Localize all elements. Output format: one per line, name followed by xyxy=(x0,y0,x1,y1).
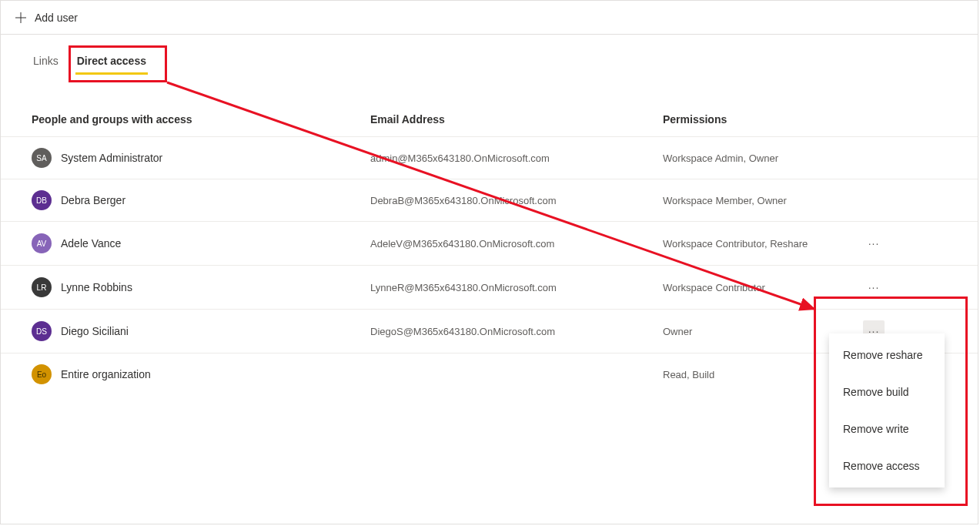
cell-email: DebraB@M365x643180.OnMicrosoft.com xyxy=(370,195,663,206)
user-name: Lynne Robbins xyxy=(61,281,132,293)
cell-email: admin@M365x643180.OnMicrosoft.com xyxy=(370,152,663,164)
menu-remove-build[interactable]: Remove build xyxy=(829,374,945,410)
cell-people: SASystem Administrator xyxy=(32,148,370,168)
context-menu: Remove reshare Remove build Remove write… xyxy=(829,333,945,487)
cell-permissions: Workspace Member, Owner xyxy=(663,195,863,206)
access-panel: Add user Links Direct access People and … xyxy=(0,0,978,524)
ellipsis-icon: ··· xyxy=(868,282,880,293)
table-row: DBDebra BergerDebraB@M365x643180.OnMicro… xyxy=(1,179,978,221)
user-name: System Administrator xyxy=(61,152,162,164)
cell-actions: ··· xyxy=(863,276,909,298)
cell-people: LRLynne Robbins xyxy=(32,277,370,297)
ellipsis-icon: ··· xyxy=(868,238,880,249)
table-row: SASystem Administratoradmin@M365x643180.… xyxy=(1,136,978,179)
toolbar: Add user xyxy=(1,1,978,35)
add-user-label: Add user xyxy=(35,12,78,24)
cell-email: DiegoS@M365x643180.OnMicrosoft.com xyxy=(370,326,663,337)
user-name: Entire organization xyxy=(61,368,151,380)
avatar: AV xyxy=(32,233,52,253)
col-header-permissions: Permissions xyxy=(663,113,863,126)
avatar: DB xyxy=(32,190,52,210)
cell-actions: ··· xyxy=(863,233,909,254)
more-options-button[interactable]: ··· xyxy=(863,276,885,298)
cell-permissions: Workspace Admin, Owner xyxy=(663,152,863,164)
cell-people: DBDebra Berger xyxy=(32,190,370,210)
cell-people: EoEntire organization xyxy=(32,364,370,384)
cell-email: LynneR@M365x643180.OnMicrosoft.com xyxy=(370,282,663,293)
col-header-actions xyxy=(863,113,909,126)
menu-remove-reshare[interactable]: Remove reshare xyxy=(829,337,945,374)
add-user-button[interactable]: Add user xyxy=(12,7,81,28)
tab-direct-access[interactable]: Direct access xyxy=(75,52,148,75)
table-row: LRLynne RobbinsLynneR@M365x643180.OnMicr… xyxy=(1,265,978,309)
menu-remove-access[interactable]: Remove access xyxy=(829,447,945,484)
plus-icon xyxy=(15,12,27,24)
cell-people: DSDiego Siciliani xyxy=(32,321,370,341)
avatar: DS xyxy=(32,321,52,341)
user-name: Diego Siciliani xyxy=(61,325,129,337)
cell-email: AdeleV@M365x643180.OnMicrosoft.com xyxy=(370,238,663,250)
col-header-people: People and groups with access xyxy=(32,113,370,126)
more-options-button[interactable]: ··· xyxy=(863,233,885,254)
user-name: Adele Vance xyxy=(61,237,121,250)
cell-permissions: Workspace Contributor xyxy=(663,282,863,293)
menu-remove-write[interactable]: Remove write xyxy=(829,410,945,447)
user-name: Debra Berger xyxy=(61,194,125,206)
tabs: Links Direct access xyxy=(1,35,978,75)
avatar: Eo xyxy=(32,364,52,384)
table-row: AVAdele VanceAdeleV@M365x643180.OnMicros… xyxy=(1,221,978,265)
avatar: LR xyxy=(32,277,52,297)
col-header-email: Email Address xyxy=(370,113,663,126)
table-header: People and groups with access Email Addr… xyxy=(1,75,978,136)
cell-people: AVAdele Vance xyxy=(32,233,370,253)
cell-permissions: Workspace Contributor, Reshare xyxy=(663,238,863,250)
avatar: SA xyxy=(32,148,52,168)
tab-links[interactable]: Links xyxy=(32,52,60,75)
